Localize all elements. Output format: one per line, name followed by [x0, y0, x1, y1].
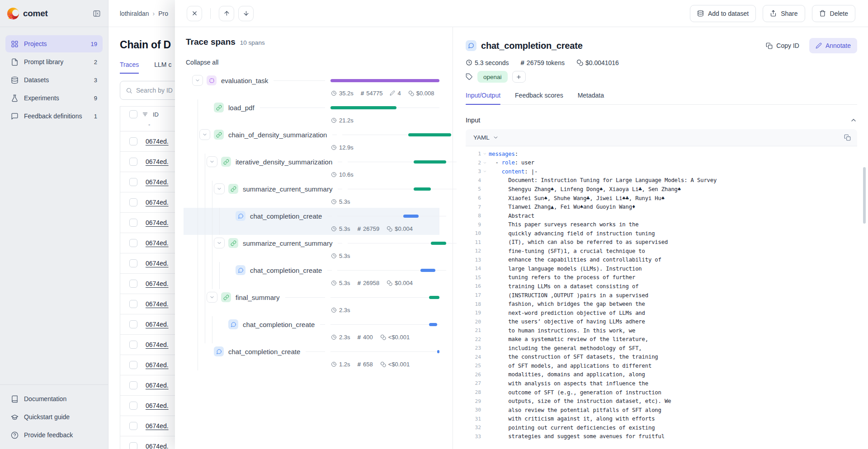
trace-id-link[interactable]: 0674ed. [146, 321, 169, 328]
trace-id-link[interactable]: 0674ed. [146, 402, 169, 409]
span-name[interactable]: chat_completion_create [228, 348, 300, 355]
trace-id-link[interactable]: 0674ed. [146, 260, 169, 267]
expand-chevron-icon[interactable] [207, 156, 217, 167]
expand-chevron-icon[interactable] [199, 129, 210, 140]
span-row-summarize_current_summary[interactable]: summarize_current_summary 5.3s [184, 181, 439, 208]
scrollbar-thumb[interactable] [863, 167, 866, 224]
annotate-button[interactable]: Annotate [809, 38, 857, 53]
trace-id-link[interactable]: 0674ed. [146, 422, 169, 430]
span-row-chat_completion_create[interactable]: chat_completion_create 5.3s#26759$0.004 [184, 208, 439, 235]
row-checkbox[interactable] [129, 219, 137, 227]
add-tag-button[interactable] [512, 71, 526, 83]
row-checkbox[interactable] [129, 178, 137, 186]
sidebar-item-datasets[interactable]: Datasets 3 [5, 71, 103, 89]
close-button[interactable] [187, 6, 202, 21]
span-row-load_pdf[interactable]: load_pdf 21.2s [184, 99, 439, 126]
trace-id-link[interactable]: 0674ed. [146, 443, 169, 449]
trace-id-link[interactable]: 0674ed. [146, 158, 169, 165]
trace-id-link[interactable]: 0674ed. [146, 199, 169, 206]
row-checkbox[interactable] [129, 198, 137, 206]
detail-tab-metadata[interactable]: Metadata [578, 92, 604, 104]
format-select[interactable]: YAML [473, 134, 499, 141]
fold-chevron-icon[interactable] [481, 169, 489, 173]
collapse-all-button[interactable]: Collapse all [186, 59, 218, 66]
sidebar-item-prompt-library[interactable]: Prompt library 2 [5, 53, 103, 70]
breadcrumb-current[interactable]: Pro [158, 10, 168, 17]
select-all-checkbox[interactable] [129, 110, 137, 118]
span-name[interactable]: evaluation_task [221, 77, 268, 84]
chevron-up-icon[interactable] [850, 117, 857, 124]
line-number: 7 [466, 204, 481, 210]
row-checkbox[interactable] [129, 402, 137, 410]
sidebar-item-projects[interactable]: Projects 19 [5, 35, 103, 52]
span-row-chat_completion_create[interactable]: chat_completion_create 5.3s#26958$0.004 [184, 262, 439, 289]
id-column-header[interactable]: ID [153, 111, 159, 118]
breadcrumb-workspace[interactable]: lothiraldan [120, 10, 149, 17]
span-row-iterative_density_summarization[interactable]: iterative_density_summarization 10.6s [184, 154, 439, 181]
row-checkbox[interactable] [129, 259, 137, 267]
trace-id-link[interactable]: 0674ed. [146, 138, 169, 145]
span-cost: $0.004 [387, 280, 413, 286]
share-button[interactable]: Share [763, 5, 805, 22]
prev-trace-button[interactable] [219, 6, 234, 21]
row-checkbox[interactable] [129, 320, 137, 328]
trace-id-link[interactable]: 0674ed. [146, 219, 169, 226]
row-checkbox[interactable] [129, 361, 137, 369]
span-name[interactable]: chat_completion_create [250, 212, 322, 220]
row-checkbox[interactable] [129, 158, 137, 166]
trace-id-link[interactable]: 0674ed. [146, 361, 169, 369]
span-name[interactable]: summarize_current_summary [243, 185, 332, 193]
copy-id-button[interactable]: Copy ID [762, 39, 803, 52]
span-name[interactable]: summarize_current_summary [243, 239, 332, 247]
span-row-final_summary[interactable]: final_summary 2.3s [184, 289, 439, 316]
trace-id-link[interactable]: 0674ed. [146, 178, 169, 186]
fold-chevron-icon[interactable] [481, 161, 489, 165]
span-row-chat_completion_create[interactable]: chat_completion_create 1.2s#658<$0.001 [184, 343, 439, 370]
span-name[interactable]: iterative_density_summarization [236, 158, 332, 166]
copy-code-icon[interactable] [844, 134, 851, 141]
sidebar-item-experiments[interactable]: Experiments 9 [5, 89, 103, 107]
span-name[interactable]: chain_of_density_summarization [228, 131, 327, 139]
sidebar-item-feedback-definitions[interactable]: Feedback definitions 1 [5, 108, 103, 125]
row-checkbox[interactable] [129, 442, 137, 449]
row-checkbox[interactable] [129, 239, 137, 247]
span-row-chat_completion_create[interactable]: chat_completion_create 2.3s#400<$0.001 [184, 316, 439, 343]
row-checkbox[interactable] [129, 381, 137, 389]
trace-id-link[interactable]: 0674ed. [146, 341, 169, 348]
trace-id-link[interactable]: 0674ed. [146, 300, 169, 308]
trace-id-link[interactable]: 0674ed. [146, 382, 169, 389]
row-checkbox[interactable] [129, 280, 137, 288]
tab-traces[interactable]: Traces [120, 61, 139, 74]
expand-chevron-icon[interactable] [192, 75, 203, 86]
row-checkbox[interactable] [129, 137, 137, 145]
next-trace-button[interactable] [238, 6, 254, 21]
row-checkbox[interactable] [129, 341, 137, 349]
row-checkbox[interactable] [129, 422, 137, 430]
span-name[interactable]: chat_completion_create [250, 267, 322, 274]
tag-openai[interactable]: openai [477, 71, 508, 83]
sidebar-collapse-icon[interactable] [93, 9, 101, 18]
span-row-chain_of_density_summarization[interactable]: chain_of_density_summarization 12.9s [184, 126, 439, 154]
fold-chevron-icon[interactable] [481, 152, 489, 156]
trace-id-link[interactable]: 0674ed. [146, 239, 169, 247]
add-to-dataset-button[interactable]: Add to dataset [690, 5, 756, 22]
sidebar-footer-provide-feedback[interactable]: Provide feedback [5, 426, 103, 444]
span-name[interactable]: chat_completion_create [243, 321, 315, 328]
detail-tab-input-output[interactable]: Input/Output [466, 92, 500, 104]
span-name[interactable]: load_pdf [228, 104, 255, 112]
span-cost: <$0.001 [380, 361, 410, 368]
expand-chevron-icon[interactable] [214, 183, 225, 194]
sidebar-footer-documentation[interactable]: Documentation [5, 390, 103, 407]
detail-tab-feedback-scores[interactable]: Feedback scores [515, 92, 563, 104]
delete-button[interactable]: Delete [812, 5, 855, 22]
expand-chevron-icon[interactable] [207, 292, 217, 303]
span-row-evaluation_task[interactable]: evaluation_task 35.2s#547754$0.008 [184, 72, 439, 99]
expand-chevron-icon[interactable] [214, 238, 225, 248]
sidebar-footer-quickstart-guide[interactable]: Quickstart guide [5, 408, 103, 426]
trace-id-link[interactable]: 0674ed. [146, 280, 169, 287]
row-checkbox[interactable] [129, 300, 137, 308]
tab-llm-c[interactable]: LLM c [154, 61, 171, 74]
span-row-summarize_current_summary[interactable]: summarize_current_summary 5.3s [184, 235, 439, 262]
code-line: 24 the construction of SFT datasets, the… [466, 353, 857, 362]
span-name[interactable]: final_summary [236, 294, 280, 301]
